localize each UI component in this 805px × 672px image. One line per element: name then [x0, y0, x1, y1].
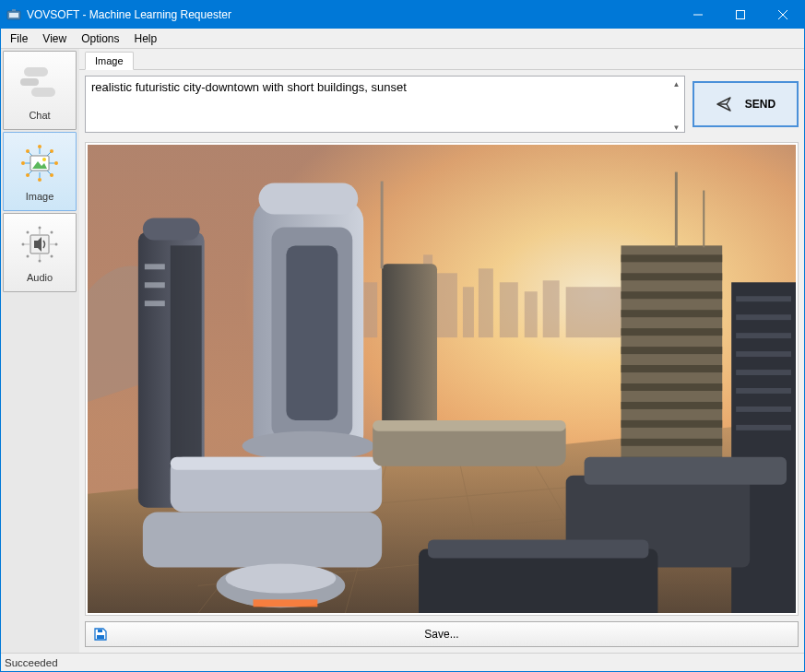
minimize-button[interactable] [677, 1, 719, 29]
send-label: SEND [745, 98, 775, 111]
svg-rect-55 [525, 291, 538, 337]
svg-rect-53 [479, 268, 493, 337]
svg-rect-56 [543, 280, 560, 337]
svg-rect-47 [363, 282, 377, 337]
svg-rect-75 [286, 245, 337, 420]
svg-rect-100 [736, 296, 791, 301]
audio-icon [18, 222, 62, 266]
svg-point-28 [42, 158, 46, 161]
svg-point-33 [27, 231, 30, 234]
sidebar-item-label: Chat [29, 110, 50, 121]
svg-point-13 [54, 161, 58, 165]
svg-rect-52 [463, 287, 474, 337]
image-icon [18, 141, 62, 185]
svg-rect-106 [736, 407, 791, 412]
svg-rect-83 [143, 513, 382, 568]
svg-rect-68 [171, 245, 202, 493]
svg-rect-69 [145, 264, 165, 269]
svg-rect-109 [585, 457, 787, 485]
svg-line-23 [47, 152, 51, 156]
svg-rect-70 [145, 282, 165, 288]
svg-rect-101 [736, 314, 791, 320]
svg-rect-2 [12, 9, 16, 11]
prompt-wrapper: ▲ ▼ [85, 76, 685, 136]
sidebar-item-image[interactable]: Image [3, 132, 77, 211]
maximize-button[interactable] [719, 1, 762, 29]
svg-rect-82 [373, 420, 565, 431]
svg-rect-87 [621, 291, 722, 299]
svg-rect-67 [143, 218, 200, 240]
sidebar-item-audio[interactable]: Audio [3, 213, 77, 292]
content-area: Chat [1, 49, 804, 653]
svg-rect-111 [428, 540, 648, 559]
svg-rect-115 [97, 635, 104, 639]
chat-icon [18, 60, 62, 104]
svg-rect-8 [20, 78, 39, 86]
menu-help[interactable]: Help [127, 30, 165, 47]
send-button[interactable]: SEND [693, 81, 799, 127]
status-text: Succeeded [5, 657, 58, 668]
svg-point-34 [51, 231, 53, 234]
svg-rect-71 [145, 301, 165, 306]
generated-image [88, 145, 796, 613]
generated-image-area [85, 142, 799, 616]
svg-rect-102 [736, 333, 791, 338]
svg-rect-110 [419, 549, 657, 613]
send-icon [716, 96, 732, 112]
svg-rect-88 [621, 310, 722, 317]
svg-rect-94 [621, 420, 722, 428]
svg-point-12 [21, 161, 25, 165]
svg-rect-73 [259, 183, 359, 215]
svg-rect-51 [437, 273, 457, 337]
sidebar: Chat [1, 49, 79, 653]
svg-rect-9 [31, 88, 55, 97]
tab-row: Image [79, 49, 804, 69]
svg-point-10 [38, 145, 41, 148]
svg-rect-95 [621, 439, 722, 446]
svg-point-35 [27, 255, 30, 258]
svg-rect-54 [500, 282, 518, 337]
svg-rect-4 [737, 11, 745, 19]
svg-line-24 [29, 171, 32, 174]
menu-options[interactable]: Options [74, 30, 126, 47]
svg-rect-105 [736, 388, 791, 394]
save-label: Save... [86, 628, 798, 641]
close-button[interactable] [762, 1, 804, 29]
titlebar: VOVSOFT - Machine Learning Requester [1, 1, 804, 29]
svg-point-76 [243, 431, 375, 461]
svg-rect-80 [171, 457, 382, 470]
sidebar-item-label: Image [26, 191, 54, 202]
svg-line-25 [47, 171, 51, 174]
svg-rect-85 [621, 254, 722, 262]
app-window: VOVSOFT - Machine Learning Requester Fil… [0, 0, 805, 672]
window-title: VOVSOFT - Machine Learning Requester [27, 8, 677, 21]
svg-rect-107 [736, 425, 791, 430]
svg-point-36 [51, 255, 53, 258]
tab-image[interactable]: Image [85, 52, 134, 70]
svg-point-113 [226, 563, 337, 593]
save-button[interactable]: Save... [85, 621, 799, 647]
svg-rect-93 [621, 402, 722, 409]
statusbar: Succeeded [1, 653, 804, 671]
sidebar-item-chat[interactable]: Chat [3, 51, 77, 130]
image-panel: ▲ ▼ SEND [79, 69, 804, 653]
svg-rect-116 [98, 630, 102, 632]
menu-view[interactable]: View [35, 30, 74, 47]
sidebar-item-label: Audio [27, 272, 53, 283]
svg-rect-103 [736, 351, 791, 357]
svg-rect-57 [566, 287, 622, 337]
svg-rect-92 [621, 383, 722, 391]
svg-rect-89 [621, 328, 722, 336]
app-icon [6, 7, 21, 22]
prompt-input[interactable] [85, 76, 685, 133]
svg-point-11 [38, 178, 41, 182]
menubar: File View Options Help [1, 29, 804, 49]
main-panel: Image ▲ ▼ SEND [79, 49, 804, 653]
svg-rect-84 [621, 245, 722, 484]
svg-rect-90 [621, 347, 722, 354]
menu-file[interactable]: File [3, 30, 35, 47]
svg-rect-7 [24, 67, 48, 77]
svg-rect-104 [736, 370, 791, 375]
svg-rect-114 [254, 599, 318, 607]
svg-line-22 [29, 152, 32, 156]
